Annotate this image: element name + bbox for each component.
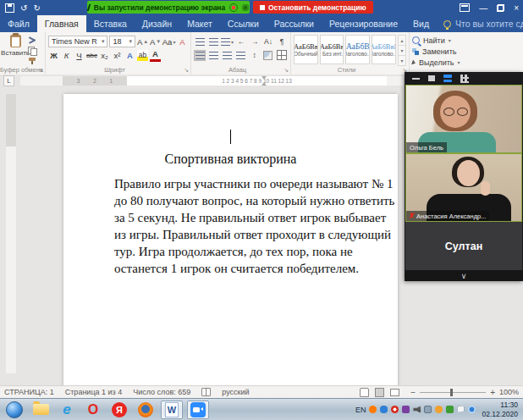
style-normal[interactable]: АаБбВв Обычный — [294, 35, 318, 64]
bold-icon[interactable]: Ж — [48, 50, 59, 61]
tell-me-box[interactable]: Что вы хотите сделать? — [437, 15, 523, 32]
align-left-icon[interactable] — [194, 50, 206, 61]
align-right-icon[interactable] — [221, 50, 233, 61]
print-layout-icon[interactable] — [375, 388, 384, 397]
grow-font-icon[interactable]: А▲ — [137, 36, 148, 47]
select-button[interactable]: Выделить ▾ — [412, 57, 475, 68]
recording-icon[interactable] — [229, 3, 238, 12]
action-center-flag-icon[interactable] — [457, 406, 465, 413]
network-icon[interactable] — [424, 406, 432, 413]
find-button[interactable]: Найти ▾ — [412, 35, 475, 46]
superscript-icon[interactable]: x² — [112, 50, 123, 61]
tab-review[interactable]: Рецензирование — [322, 15, 405, 32]
zoom-slider-thumb[interactable] — [450, 389, 453, 396]
opera-button[interactable]: O — [82, 401, 104, 419]
update-icon[interactable] — [435, 406, 443, 413]
bullet-list-icon[interactable] — [194, 36, 206, 47]
tab-file[interactable]: Файл — [0, 15, 37, 32]
italic-icon[interactable]: К — [61, 50, 72, 61]
yandex-browser-button[interactable]: Я — [108, 401, 130, 419]
align-center-icon[interactable] — [207, 50, 219, 61]
tab-stop-selector[interactable]: L — [3, 75, 14, 86]
document-page[interactable]: Спортивная викторина Правило игры участн… — [63, 94, 398, 385]
highlight-color-icon[interactable]: ab — [137, 50, 148, 61]
zoom-single-view-icon[interactable] — [428, 75, 435, 81]
horizontal-ruler[interactable]: 3 2 1 1 2 3 4 5 6 7 8 9 10 11 12 13 — [20, 76, 404, 86]
gpu-icon[interactable] — [446, 406, 454, 413]
zoom-stack-view-icon[interactable] — [443, 75, 452, 82]
clock[interactable]: 11:30 02.12.2020 — [482, 401, 518, 417]
styles-scroll-up-icon[interactable]: ▴ — [398, 35, 406, 46]
zoom-minimize-icon[interactable] — [412, 78, 420, 80]
indent-marker[interactable] — [262, 76, 267, 86]
tab-references[interactable]: Ссылки — [220, 15, 267, 32]
clear-formatting-icon[interactable]: А — [177, 36, 188, 47]
font-name-combo[interactable]: Times New R ▾ — [48, 36, 107, 47]
word-taskbar-button[interactable]: W — [161, 401, 183, 419]
tab-mailings[interactable]: Рассылки — [267, 15, 322, 32]
zoom-percentage[interactable]: 100% — [499, 388, 519, 396]
read-mode-icon[interactable] — [360, 388, 369, 397]
page-of-indicator[interactable]: Страница 1 из 4 — [65, 388, 122, 396]
shading-icon[interactable] — [262, 50, 274, 61]
font-size-combo[interactable]: 18 ▾ — [109, 36, 135, 47]
shrink-font-icon[interactable]: А▼ — [150, 36, 161, 47]
tab-home[interactable]: Главная — [37, 15, 86, 32]
style-no-spacing[interactable]: АаБбВв 1 Без инт... — [320, 35, 344, 64]
subscript-icon[interactable]: x₂ — [99, 50, 110, 61]
participant-video-1[interactable]: Ольга Бель — [405, 85, 522, 153]
web-layout-icon[interactable] — [390, 389, 399, 396]
hide-controls-icon[interactable] — [242, 4, 249, 11]
sort-icon[interactable]: А↓ — [262, 36, 274, 47]
zoom-gallery-view-icon[interactable] — [460, 75, 469, 83]
word-count[interactable]: Число слов: 659 — [133, 388, 190, 396]
zoom-panel-collapse[interactable]: ∨ — [405, 270, 523, 281]
undo-icon[interactable]: ↺ — [20, 3, 27, 13]
zoom-in-icon[interactable]: + — [490, 388, 495, 397]
zoom-taskbar-button[interactable] — [187, 401, 209, 419]
minimize-button[interactable]: — — [479, 3, 487, 13]
style-heading2[interactable]: АаБбВвГ Заголово... — [372, 35, 396, 64]
internet-explorer-button[interactable]: e — [56, 401, 78, 419]
messenger-icon[interactable] — [380, 406, 388, 413]
start-button[interactable] — [3, 401, 25, 419]
restore-button[interactable] — [497, 4, 504, 12]
language-switcher[interactable]: EN — [355, 406, 366, 414]
text-effects-icon[interactable]: А — [124, 50, 135, 61]
language-indicator[interactable]: русский — [222, 388, 249, 396]
format-painter-icon[interactable] — [28, 57, 38, 64]
paste-button[interactable]: Вставить — [3, 35, 28, 65]
zoom-slider[interactable] — [420, 392, 486, 393]
multilevel-list-icon[interactable]: ▾ — [221, 36, 234, 47]
zoom-out-icon[interactable]: − — [410, 388, 416, 397]
tab-design[interactable]: Дизайн — [135, 15, 179, 32]
explorer-button[interactable] — [30, 401, 52, 419]
strikethrough-icon[interactable]: abc — [86, 50, 97, 61]
replace-button[interactable]: Заменить — [412, 46, 475, 57]
redo-icon[interactable]: ↻ — [33, 3, 40, 13]
font-color-icon[interactable]: А — [150, 48, 161, 62]
styles-more-icon[interactable]: ▾ — [398, 56, 406, 66]
close-button[interactable]: × — [514, 3, 519, 13]
change-case-icon[interactable]: Аа▾ — [162, 36, 175, 47]
participant-video-3[interactable]: Султан — [405, 222, 522, 271]
ribbon-display-options-icon[interactable] — [460, 3, 470, 12]
numbered-list-icon[interactable] — [207, 36, 219, 47]
borders-icon[interactable] — [276, 50, 288, 61]
info-icon[interactable] — [468, 406, 476, 413]
clipboard-dialog-launcher[interactable]: ↘ — [38, 67, 43, 74]
show-paragraph-marks-icon[interactable]: ¶ — [276, 36, 288, 47]
decrease-indent-icon[interactable]: ← — [235, 36, 247, 47]
paragraph-dialog-launcher[interactable]: ↘ — [284, 67, 289, 74]
font-dialog-launcher[interactable]: ↘ — [184, 67, 189, 74]
styles-scroll-down-icon[interactable]: ▾ — [398, 46, 406, 56]
tab-insert[interactable]: Вставка — [86, 15, 135, 32]
volume-icon[interactable] — [413, 406, 421, 413]
cut-icon[interactable] — [28, 36, 38, 44]
increase-indent-icon[interactable]: → — [249, 36, 261, 47]
line-spacing-icon[interactable]: ↕ — [249, 50, 261, 61]
antivirus-icon[interactable] — [369, 406, 377, 413]
proofing-book-icon[interactable] — [201, 388, 211, 396]
app-icon[interactable] — [402, 406, 410, 413]
tab-view[interactable]: Вид — [405, 15, 437, 32]
